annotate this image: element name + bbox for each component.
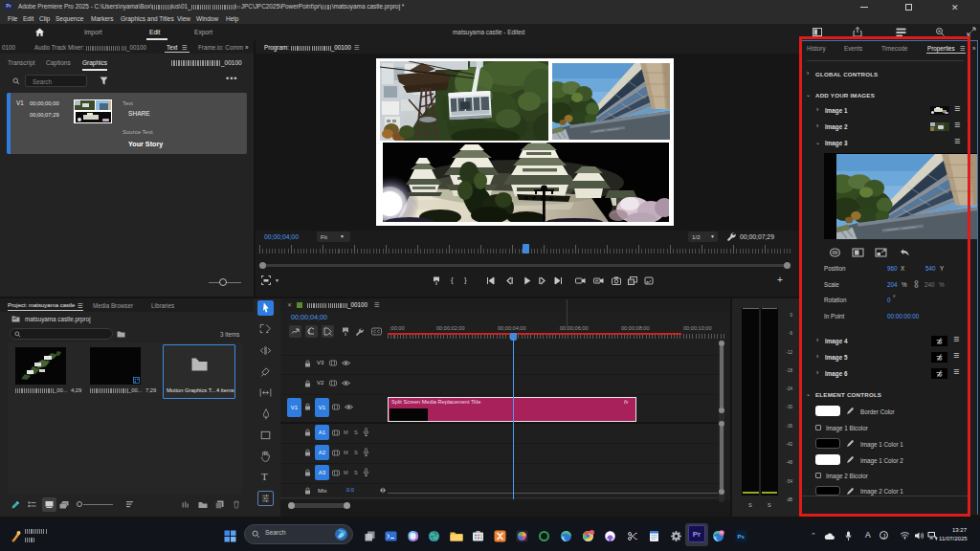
svg-text:Ps: Ps <box>738 534 746 540</box>
